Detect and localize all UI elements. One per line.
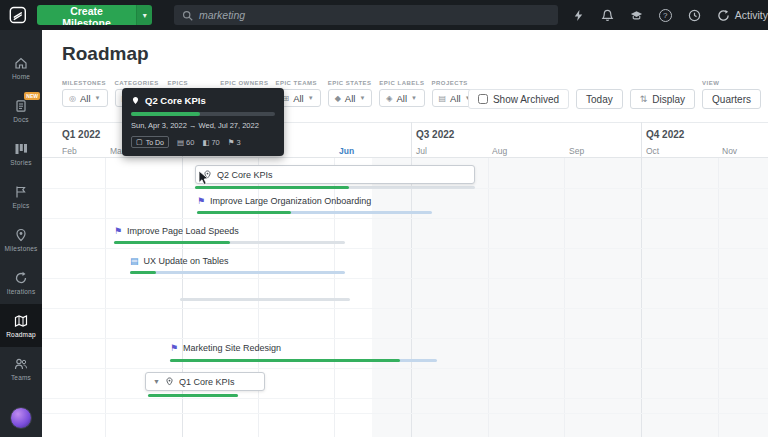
gantt-bar-ux-update-on-tables[interactable] [130,271,345,274]
project-icon: ▤ [439,94,447,103]
month-gridline [105,158,106,437]
month-label: Jul [416,146,427,156]
activity-icon [717,9,730,22]
teams-icon [14,357,28,371]
sidebar-item-stories[interactable]: Stories [0,132,42,175]
epics-flag-icon [14,185,28,199]
lightning-icon[interactable] [572,9,585,22]
view-label: VIEW [702,80,719,86]
learn-icon[interactable] [630,9,643,22]
show-archived-label: Show Archived [493,94,559,105]
sidebar: Home NEW Docs Stories Epics Milestones I… [0,30,42,437]
tooltip-title: Q2 Core KPIs [145,95,206,106]
gantt-bar-improve-page-load-speeds[interactable] [114,241,345,244]
row-divider [42,413,768,414]
sidebar-item-docs[interactable]: NEW Docs [0,89,42,132]
gantt-doc-ux-update-on-tables[interactable]: ▤ UX Update on Tables [130,256,228,266]
user-avatar[interactable] [10,407,32,429]
show-archived-group: Show Archived [468,80,569,109]
sidebar-item-home[interactable]: Home [0,46,42,89]
create-milestone-button[interactable]: Create Milestone [37,5,137,25]
quarter-gridline [641,158,642,437]
epic-flag-icon: ⚑ [170,344,178,353]
clock-icon[interactable] [688,9,701,22]
quarter-label: Q4 2022 [646,129,684,140]
doc-icon: ▤ [130,257,139,266]
sidebar-item-roadmap[interactable]: Roadmap [0,304,42,347]
sidebar-item-milestones[interactable]: Milestones [0,218,42,261]
gantt-epic-improve-page-load-speeds[interactable]: ⚑ Improve Page Load Speeds [114,226,239,236]
epic-states-filter-dropdown[interactable]: ◆All▼ [328,89,373,107]
tooltip-doc-count: ▤60 [177,138,194,147]
app-window: Create Milestone ▾ marketing ? [0,0,768,437]
gantt-chart: Q2 Core KPIs ⚑ Improve Large Organizatio… [42,158,768,437]
epic-flag-icon: ⚑ [197,197,205,206]
show-archived-toggle[interactable]: Show Archived [468,89,569,109]
activity-button[interactable]: Activity [717,9,768,22]
tooltip-flag-count: ⚑3 [228,138,241,147]
quarter-label: Q3 2022 [416,129,454,140]
display-button[interactable]: ⇅Display [630,89,695,109]
gantt-bar-q1-core-kpis[interactable] [148,394,238,397]
milestone-pin-icon [131,96,140,105]
gantt-epic-improve-large-org-onboarding[interactable]: ⚑ Improve Large Organization Onboarding [197,196,371,206]
row-divider [42,248,768,249]
sidebar-item-teams[interactable]: Teams [0,347,42,390]
quarter-gridline [411,158,412,437]
quarters-button[interactable]: Quarters [702,89,761,109]
month-label: Aug [492,146,507,156]
milestones-filter-dropdown[interactable]: ◎All▼ [62,89,108,107]
gantt-bar-improve-large-org-onboarding[interactable] [197,211,432,214]
help-icon[interactable]: ? [659,9,672,22]
gantt-bar-collapsed-epic[interactable] [180,298,350,301]
row-divider [42,308,768,309]
month-label: Nov [722,146,737,156]
chevron-down-icon: ▼ [308,95,314,101]
topbar: Create Milestone ▾ marketing ? [0,0,768,30]
gantt-milestone-q1-core-kpis[interactable]: ▼ Q1 Core KPIs [145,372,265,391]
create-milestone-split-button: Create Milestone ▾ [37,5,152,25]
gantt-epic-marketing-site-redesign[interactable]: ⚑ Marketing Site Redesign [170,343,281,353]
tooltip-story-count: ◧70 [202,138,219,147]
milestone-tooltip: Q2 Core KPIs Sun, Apr 3, 2022 → Wed, Jul… [122,88,284,156]
search-bar[interactable]: marketing [174,5,558,25]
gantt-milestone-q2-core-kpis[interactable]: Q2 Core KPIs [195,165,475,184]
roadmap-icon [14,314,28,328]
home-icon [14,56,28,70]
iterations-icon [14,271,28,285]
sliders-icon: ⇅ [640,94,648,104]
milestone-pin-icon [165,377,174,386]
filter-epic-labels: EPIC LABELS ◈All▼ [379,80,424,107]
collapse-chevron-icon[interactable]: ▼ [153,378,160,385]
quarter-divider [641,122,642,158]
month-label: Feb [62,146,77,156]
shortcut-logo[interactable] [9,6,27,24]
show-archived-checkbox[interactable] [478,94,488,104]
create-milestone-caret[interactable]: ▾ [136,5,152,25]
month-gridline [488,158,489,437]
tooltip-meta-row: ▢To Do ▤60 ◧70 ⚑3 [131,136,275,148]
sidebar-item-epics[interactable]: Epics [0,175,42,218]
future-shade [372,158,768,437]
search-input-value: marketing [199,9,245,21]
sidebar-item-iterations[interactable]: Iterations [0,261,42,304]
main-content: Roadmap MILESTONES ◎All▼ CATEGORIES ▣All… [42,30,768,437]
epic-labels-filter-dropdown[interactable]: ◈All▼ [379,89,424,107]
tooltip-date-range: Sun, Apr 3, 2022 → Wed, Jul 27, 2022 [131,121,275,130]
doc-icon: ▤ [177,138,184,147]
bell-icon[interactable] [601,9,614,22]
gantt-bar-q2-core-kpis[interactable] [195,186,475,189]
topbar-icons: ? Activity [572,9,768,22]
today-button[interactable]: Today [576,89,623,109]
tooltip-title-row: Q2 Core KPIs [131,95,275,106]
row-divider [42,368,768,369]
month-label: Oct [646,146,659,156]
month-gridline [564,158,565,437]
pin-icon: ◎ [69,94,76,103]
tooltip-state-badge: ▢To Do [131,136,169,148]
today-group: Today [576,80,623,109]
label-tag-icon: ◈ [386,94,392,103]
display-group: ⇅Display [630,80,695,109]
gantt-bar-marketing-site-redesign[interactable] [170,359,437,362]
filter-milestones: MILESTONES ◎All▼ [62,80,108,107]
